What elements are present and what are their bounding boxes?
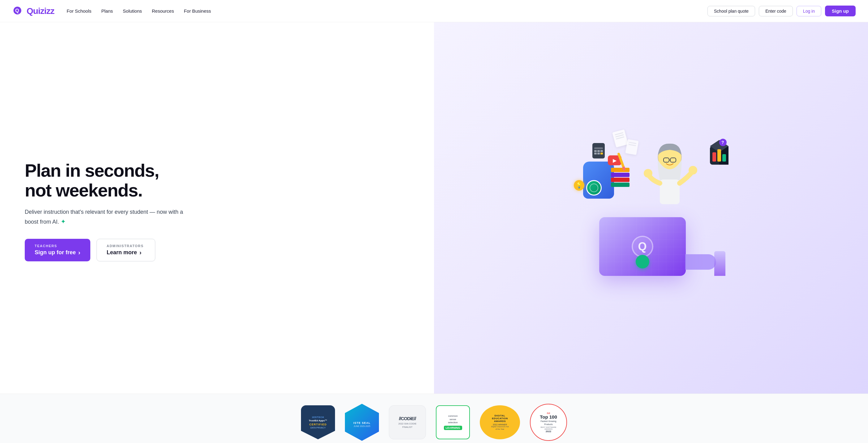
badge-commonsense: common sense selection LEARNING xyxy=(436,405,470,439)
badge-digital-education: DIGITAL EDUCATION AWARDS 2022 WINNER Dig… xyxy=(480,405,520,439)
hero-heading-line1: Plan in seconds, xyxy=(25,160,159,180)
admins-arrow-icon: › xyxy=(140,249,142,256)
hero-subtext: Deliver instruction that's relevant for … xyxy=(25,208,186,227)
logo[interactable]: Q Quizizz xyxy=(12,6,54,17)
navbar: Q Quizizz For Schools Plans Solutions Re… xyxy=(0,0,868,22)
teachers-signup-button[interactable]: TEACHERS Sign up for free › xyxy=(25,239,90,261)
nav-actions: School plan quote Enter code Log in Sign… xyxy=(708,6,856,16)
logo-icon: Q xyxy=(12,6,24,17)
svg-rect-11 xyxy=(717,149,721,162)
lightbulb-icon: 💡 xyxy=(574,180,584,191)
nav-for-schools[interactable]: For Schools xyxy=(66,8,91,13)
admins-cta-main: Learn more › xyxy=(107,249,145,256)
teachers-cta-main: Sign up for free › xyxy=(35,249,81,256)
svg-rect-6 xyxy=(660,179,680,204)
svg-rect-12 xyxy=(722,154,726,162)
svg-point-8 xyxy=(689,166,697,175)
hero-right: ▶ xyxy=(434,22,868,394)
globe-icon xyxy=(586,180,602,196)
teacher-character xyxy=(639,140,701,227)
nav-links: For Schools Plans Solutions Resources Fo… xyxy=(66,8,708,13)
calculator-icon xyxy=(592,143,605,159)
teachers-arrow-icon: › xyxy=(78,249,81,256)
mystery-cube: ? xyxy=(704,137,735,168)
badge-strip: 1EDTECH TrustEd Apps™ CERTIFIED DATA PRI… xyxy=(0,394,868,443)
svg-text:Q: Q xyxy=(15,7,19,13)
hero-heading-line2: not weekends. xyxy=(25,180,142,200)
laptop-device: Q xyxy=(599,217,686,276)
enter-code-button[interactable]: Enter code xyxy=(759,6,793,16)
nav-plans[interactable]: Plans xyxy=(101,8,113,13)
school-plan-quote-button[interactable]: School plan quote xyxy=(708,6,755,16)
badge-trustedapps: 1EDTECH TrustEd Apps™ CERTIFIED DATA PRI… xyxy=(301,405,335,439)
teachers-cta-label: TEACHERS xyxy=(35,244,81,248)
logo-text: Quizizz xyxy=(27,6,54,16)
illustration-scene: ▶ xyxy=(558,128,744,288)
login-button[interactable]: Log in xyxy=(797,6,821,16)
laptop-quizizz-logo: Q xyxy=(632,236,653,257)
badge-codie: //CODiE// 2022 SIIA CODIE FINALIST xyxy=(389,405,426,439)
hero-heading: Plan in seconds, not weekends. xyxy=(25,161,415,200)
green-button xyxy=(636,255,649,268)
paper-2 xyxy=(625,139,639,155)
admins-learn-more-button[interactable]: ADMINISTRATORS Learn more › xyxy=(96,239,155,261)
hero-cta-group: TEACHERS Sign up for free › ADMINISTRATO… xyxy=(25,239,415,261)
ai-sparkle-icon: ✦ xyxy=(61,216,66,227)
badge-iste: ISTE SEAL JUNE 2023-2025 xyxy=(345,404,379,441)
hero-illustration: ▶ xyxy=(558,128,744,288)
hero-section: Plan in seconds, not weekends. Deliver i… xyxy=(0,22,868,394)
nav-resources[interactable]: Resources xyxy=(152,8,174,13)
nav-for-business[interactable]: For Business xyxy=(184,8,211,13)
books-stack xyxy=(611,168,629,187)
badge-g2: G2 Top 100 Fastest GrowingProducts BEST … xyxy=(530,404,567,441)
pipe-shape xyxy=(685,254,716,270)
svg-point-7 xyxy=(644,169,652,178)
nav-solutions[interactable]: Solutions xyxy=(123,8,142,13)
admins-cta-label: ADMINISTRATORS xyxy=(107,244,145,248)
hero-left: Plan in seconds, not weekends. Deliver i… xyxy=(0,22,434,394)
signup-button[interactable]: Sign up xyxy=(825,6,856,16)
svg-text:?: ? xyxy=(721,140,724,145)
cylinder-shape xyxy=(714,251,725,276)
svg-rect-10 xyxy=(712,152,716,162)
